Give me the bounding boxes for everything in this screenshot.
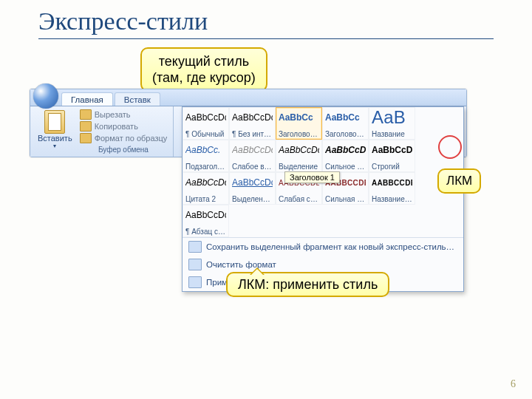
- style-name: Выделение: [279, 163, 319, 171]
- save-style-icon: [188, 241, 202, 253]
- style-item[interactable]: AaBbCcDcСильное …: [322, 140, 369, 172]
- cut-label: Вырезать: [95, 110, 131, 119]
- style-item[interactable]: AaBbCcDc¶ Абзац с…: [183, 205, 229, 237]
- style-name: Заголово…: [325, 130, 366, 138]
- style-item[interactable]: AaBbCcDc¶ Без инте…: [229, 107, 276, 140]
- callout-line: (там, где курсор): [152, 70, 256, 85]
- style-item[interactable]: AaBbCc.Подзагол…: [183, 140, 229, 172]
- style-name: Название: [372, 130, 412, 138]
- brush-icon: [80, 133, 92, 143]
- style-name: Слабая сс…: [279, 195, 319, 203]
- style-item[interactable]: AaBbCcDcСтрогий: [369, 140, 415, 172]
- paste-label: Вставить: [38, 134, 72, 143]
- style-name: Цитата 2: [185, 195, 226, 203]
- style-name: Заголово…: [279, 130, 319, 138]
- apply-styles-icon: [188, 276, 202, 288]
- styles-gallery: AaBbCcDc¶ ОбычныйAaBbCcDc¶ Без инте…AaBb…: [182, 106, 464, 292]
- style-preview: AaBbCcDc: [185, 207, 226, 223]
- style-item[interactable]: AaBbCcDcСлабое в…: [229, 140, 276, 172]
- group-title: Буфер обмена: [78, 144, 169, 154]
- callout-lkm: ЛКМ: [437, 168, 481, 194]
- style-name: ¶ Абзац с…: [185, 228, 226, 236]
- format-painter-button[interactable]: Формат по образцу: [78, 132, 169, 144]
- style-name: ¶ Без инте…: [232, 130, 273, 138]
- page-number: 6: [511, 378, 516, 390]
- callout-apply-style: ЛКМ: применить стиль: [226, 272, 389, 297]
- style-preview: AaBbCcDc: [372, 142, 412, 158]
- style-name: ¶ Обычный: [185, 130, 226, 138]
- menu-label: Очистить формат: [206, 260, 276, 269]
- style-name: Сильное …: [325, 163, 366, 171]
- style-name: Слабое в…: [232, 163, 273, 171]
- callout-current-style: текущий стиль (там, где курсор): [140, 47, 267, 92]
- style-preview: AABBCCDE: [372, 174, 412, 191]
- style-tooltip: Заголовок 1: [284, 171, 340, 183]
- style-preview: AaBbCcDc: [279, 142, 319, 158]
- style-preview: AaBbCcDc: [232, 142, 273, 158]
- style-item[interactable]: AaBbCcDcЦитата 2: [183, 172, 229, 205]
- style-name: Подзагол…: [185, 163, 226, 171]
- style-preview: AaBbCcDc: [185, 109, 226, 126]
- style-item[interactable]: AaBbCcDcВыделение: [276, 140, 322, 172]
- ribbon-tabs: Главная Вставк: [30, 89, 466, 106]
- style-name: Выделенн…: [232, 195, 273, 203]
- style-preview: АаВ: [372, 109, 412, 126]
- style-item[interactable]: AaBbCcЗаголово…: [276, 107, 322, 140]
- style-preview: AaBbCcDc: [232, 174, 273, 191]
- paste-button[interactable]: Вставить ▾: [35, 109, 75, 155]
- group-clipboard: Вставить ▾ Вырезать Копировать Формат по…: [30, 106, 174, 157]
- cut-button[interactable]: Вырезать: [78, 109, 169, 120]
- menu-label: Сохранить выделенный фрагмент как новый …: [206, 242, 454, 251]
- menu-save-new-style[interactable]: Сохранить выделенный фрагмент как новый …: [183, 238, 463, 256]
- paste-icon: [44, 110, 65, 134]
- scissors-icon: [80, 109, 92, 120]
- callout-line: текущий стиль: [159, 54, 249, 69]
- style-preview: AaBbCc: [325, 109, 366, 126]
- style-item[interactable]: AABBCCDEНазвание…: [369, 172, 415, 205]
- style-item[interactable]: AaBbCcЗаголово…: [322, 107, 369, 140]
- style-preview: AaBbCc.: [185, 142, 226, 158]
- style-item[interactable]: АаВНазвание: [369, 107, 415, 140]
- clipboard-small-buttons: Вырезать Копировать Формат по образцу Бу…: [78, 109, 169, 155]
- copy-icon: [80, 121, 92, 132]
- style-name: Строгий: [372, 163, 412, 171]
- tab-home[interactable]: Главная: [61, 92, 113, 106]
- style-name: Название…: [372, 195, 412, 203]
- style-item[interactable]: AaBbCcDc¶ Обычный: [183, 107, 229, 140]
- copy-label: Копировать: [95, 122, 138, 131]
- style-preview: AaBbCc: [279, 109, 319, 126]
- slide-title: Экспресс-стили: [38, 7, 494, 39]
- menu-clear-format[interactable]: Очистить формат: [183, 256, 463, 273]
- tab-insert[interactable]: Вставк: [115, 92, 160, 106]
- office-button[interactable]: [33, 83, 58, 109]
- format-painter-label: Формат по образцу: [95, 134, 168, 143]
- style-preview: AaBbCcDc: [325, 142, 366, 158]
- eraser-icon: [188, 259, 202, 270]
- style-name: Сильная с…: [325, 195, 366, 203]
- style-preview: AaBbCcDc: [232, 109, 273, 126]
- copy-button[interactable]: Копировать: [78, 120, 169, 132]
- style-item[interactable]: AaBbCcDcВыделенн…: [229, 172, 276, 205]
- style-preview: AaBbCcDc: [185, 174, 226, 191]
